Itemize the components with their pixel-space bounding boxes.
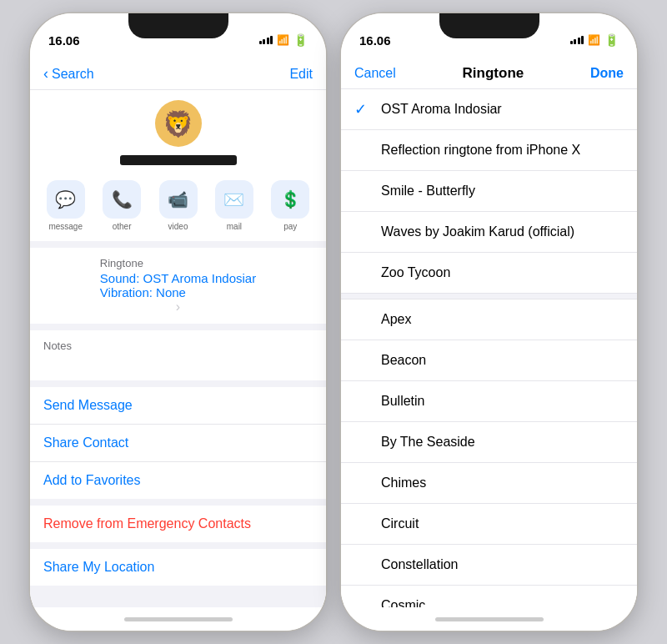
ringtone-item-waves[interactable]: ✓ Waves by Joakim Karud (official) bbox=[341, 212, 637, 253]
ringtone-beacon-name: Beacon bbox=[381, 353, 426, 368]
pay-label: pay bbox=[283, 222, 297, 231]
empty-beacon-icon: ✓ bbox=[354, 351, 371, 370]
notes-row[interactable]: Notes bbox=[30, 330, 326, 380]
left-home-bar bbox=[30, 607, 326, 631]
left-screen: ‹ Search Edit 🦁 💬 message 📞 other 📹 bbox=[30, 57, 326, 607]
add-favorites-link: Add to Favorites bbox=[43, 473, 141, 487]
ringtone-item-zoo[interactable]: ✓ Zoo Tycoon bbox=[341, 253, 637, 293]
ringtone-separator bbox=[341, 293, 637, 299]
status-icons: 📶 🔋 bbox=[259, 33, 308, 47]
ringtone-item-apex[interactable]: ✓ Apex bbox=[341, 299, 637, 340]
back-label: Search bbox=[52, 67, 94, 82]
ringtone-item-smile[interactable]: ✓ Smile - Butterfly bbox=[341, 171, 637, 212]
right-status-icons: 📶 🔋 bbox=[570, 33, 619, 47]
location-group: Share My Location bbox=[30, 549, 326, 586]
ringtone-reflection-name: Reflection ringtone from iPhone X bbox=[381, 143, 580, 158]
other-action[interactable]: 📞 other bbox=[99, 180, 143, 231]
ringtone-item-ost[interactable]: ✓ OST Aroma Indosiar bbox=[341, 89, 637, 130]
mail-label: mail bbox=[227, 222, 242, 231]
ringtone-chimes-name: Chimes bbox=[381, 475, 426, 491]
contact-avatar-area: 🦁 bbox=[30, 90, 326, 172]
contact-name-bar bbox=[120, 155, 237, 165]
notes-label: Notes bbox=[43, 340, 313, 352]
share-contact-link: Share Contact bbox=[43, 435, 128, 450]
share-location-row[interactable]: Share My Location bbox=[30, 549, 326, 586]
selected-checkmark-icon: ✓ bbox=[354, 100, 371, 118]
pay-action[interactable]: 💲 pay bbox=[268, 180, 313, 231]
empty-check-icon2: ✓ bbox=[354, 182, 371, 200]
video-action[interactable]: 📹 video bbox=[156, 180, 200, 231]
ringtone-chevron-icon: › bbox=[176, 299, 180, 314]
avatar: 🦁 bbox=[155, 100, 202, 147]
right-time: 16.06 bbox=[359, 33, 391, 48]
send-message-row[interactable]: Send Message bbox=[30, 387, 326, 425]
ringtone-bulletin-name: Bulletin bbox=[381, 394, 424, 409]
ringtone-ost-name: OST Aroma Indosiar bbox=[381, 102, 502, 117]
ringtone-item-reflection[interactable]: ✓ Reflection ringtone from iPhone X bbox=[341, 130, 637, 171]
ringtone-page-title: Ringtone bbox=[463, 65, 524, 82]
remove-emergency-row[interactable]: Remove from Emergency Contacts bbox=[30, 506, 326, 542]
ringtone-seaside-name: By The Seaside bbox=[381, 435, 475, 450]
right-home-bar bbox=[341, 607, 637, 631]
done-button[interactable]: Done bbox=[590, 66, 624, 81]
share-contact-row[interactable]: Share Contact bbox=[30, 425, 326, 462]
left-time: 16.06 bbox=[48, 33, 80, 48]
contact-nav: ‹ Search Edit bbox=[30, 57, 326, 90]
ringtone-item-seaside[interactable]: ✓ By The Seaside bbox=[341, 422, 637, 463]
send-message-link: Send Message bbox=[43, 398, 133, 412]
ringtone-group: Ringtone Sound: OST Aroma Indosiar Vibra… bbox=[30, 248, 326, 324]
right-home-indicator bbox=[435, 617, 544, 621]
right-phone: 16.06 📶 🔋 Cancel Ringtone Done ✓ bbox=[341, 13, 637, 631]
right-wifi-icon: 📶 bbox=[588, 34, 600, 46]
ringtone-zoo-name: Zoo Tycoon bbox=[381, 265, 450, 280]
custom-ringtones-section: ✓ OST Aroma Indosiar ✓ Reflection ringto… bbox=[341, 89, 637, 293]
notch bbox=[128, 13, 228, 38]
ringtone-item-constellation[interactable]: ✓ Constellation bbox=[341, 545, 637, 586]
ringtone-label: Ringtone bbox=[100, 257, 256, 269]
edit-button[interactable]: Edit bbox=[289, 67, 313, 82]
cancel-button[interactable]: Cancel bbox=[354, 66, 396, 81]
empty-check-icon3: ✓ bbox=[354, 223, 371, 241]
video-label: video bbox=[168, 222, 188, 231]
ringtone-vibration-value: Vibration: None bbox=[100, 285, 256, 299]
pay-icon: 💲 bbox=[271, 180, 309, 219]
battery-icon: 🔋 bbox=[293, 33, 308, 47]
right-notch bbox=[439, 13, 539, 38]
ringtone-list: ✓ OST Aroma Indosiar ✓ Reflection ringto… bbox=[341, 89, 637, 607]
empty-apex-icon: ✓ bbox=[354, 310, 371, 329]
message-label: message bbox=[48, 222, 83, 231]
ringtone-sound-value: Sound: OST Aroma Indosiar bbox=[100, 271, 256, 285]
ringtone-item-chimes[interactable]: ✓ Chimes bbox=[341, 463, 637, 504]
back-button[interactable]: ‹ Search bbox=[43, 65, 94, 83]
message-action[interactable]: 💬 message bbox=[43, 180, 88, 231]
ringtone-item-beacon[interactable]: ✓ Beacon bbox=[341, 340, 637, 381]
other-label: other bbox=[113, 222, 132, 231]
ringtone-apex-name: Apex bbox=[381, 312, 411, 327]
empty-constellation-icon: ✓ bbox=[354, 556, 371, 574]
message-icon: 💬 bbox=[47, 180, 85, 219]
wifi-icon: 📶 bbox=[277, 34, 289, 46]
left-phone: 16.06 📶 🔋 ‹ Search Edit 🦁 bbox=[30, 13, 326, 631]
empty-seaside-icon: ✓ bbox=[354, 433, 371, 451]
remove-emergency-link: Remove from Emergency Contacts bbox=[43, 516, 251, 531]
right-screen: Cancel Ringtone Done ✓ OST Aroma Indosia… bbox=[341, 57, 637, 607]
ringtone-nav: Cancel Ringtone Done bbox=[341, 57, 637, 89]
action-links-group: Send Message Share Contact Add to Favori… bbox=[30, 387, 326, 499]
ringtone-item-circuit[interactable]: ✓ Circuit bbox=[341, 504, 637, 545]
ringtone-item-bulletin[interactable]: ✓ Bulletin bbox=[341, 381, 637, 422]
ringtone-constellation-name: Constellation bbox=[381, 557, 459, 572]
default-ringtones-section: ✓ Apex ✓ Beacon ✓ Bulletin ✓ By The Seas… bbox=[341, 299, 637, 607]
avatar-emoji: 🦁 bbox=[163, 109, 193, 138]
action-row: 💬 message 📞 other 📹 video ✉️ mail 💲 pay bbox=[30, 172, 326, 241]
video-icon: 📹 bbox=[159, 180, 198, 219]
empty-cosmic-icon: ✓ bbox=[354, 596, 371, 607]
mail-action[interactable]: ✉️ mail bbox=[212, 180, 256, 231]
ringtone-row[interactable]: Ringtone Sound: OST Aroma Indosiar Vibra… bbox=[30, 248, 326, 324]
share-location-link: Share My Location bbox=[43, 560, 154, 574]
ringtone-item-cosmic[interactable]: ✓ Cosmic bbox=[341, 586, 637, 607]
ringtone-waves-name: Waves by Joakim Karud (official) bbox=[381, 224, 574, 239]
right-status-bar: 16.06 📶 🔋 bbox=[341, 13, 637, 57]
empty-circuit-icon: ✓ bbox=[354, 515, 371, 533]
add-favorites-row[interactable]: Add to Favorites bbox=[30, 462, 326, 499]
ringtone-circuit-name: Circuit bbox=[381, 516, 419, 531]
